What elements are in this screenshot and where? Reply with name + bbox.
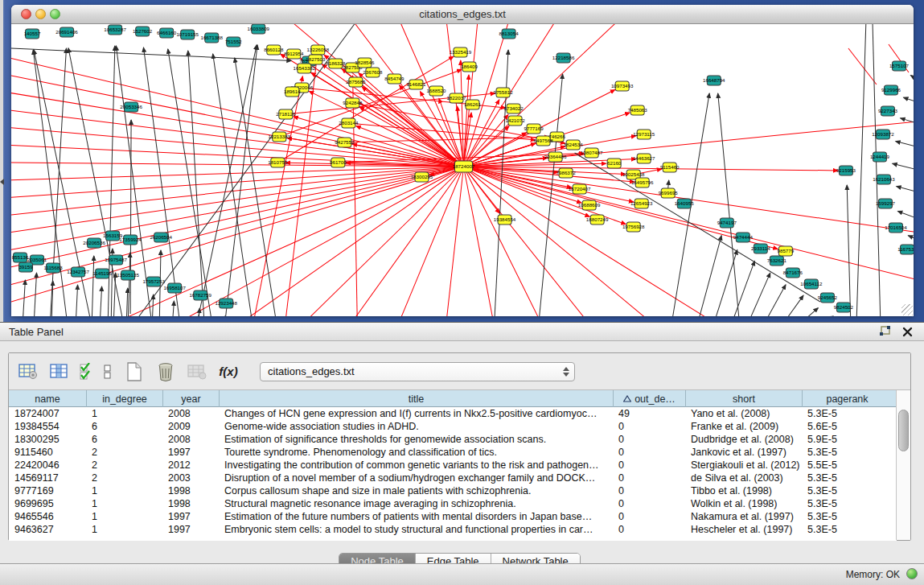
graph-node[interactable]: 16671388 bbox=[200, 33, 223, 43]
table-row[interactable]: 946362711997Embryonic stem cells: a mode… bbox=[9, 523, 897, 536]
graph-hub-node[interactable]: 18724007 bbox=[453, 161, 475, 172]
table-row[interactable]: 969969511998Structural magnetic resonanc… bbox=[9, 497, 897, 510]
column-header-title[interactable]: title bbox=[219, 390, 613, 407]
table-row[interactable]: 2242004622012Investigating the contribut… bbox=[9, 459, 897, 472]
column-header-name[interactable]: name bbox=[9, 390, 86, 407]
graph-node[interactable]: 8813054 bbox=[499, 29, 519, 39]
graph-node[interactable]: 18300295 bbox=[411, 172, 433, 182]
row-options-button[interactable] bbox=[101, 360, 114, 384]
network-graph-canvas[interactable]: 1405572069140610653287152760264661601071… bbox=[11, 24, 914, 316]
graph-node[interactable]: 7485063 bbox=[628, 105, 648, 115]
graph-node[interactable]: 751552 bbox=[225, 37, 242, 47]
graph-node[interactable]: 19756928 bbox=[622, 222, 645, 232]
table-row[interactable]: 946554611997Estimation of the future num… bbox=[9, 510, 897, 523]
graph-node[interactable]: 20691406 bbox=[55, 27, 78, 37]
close-panel-icon[interactable] bbox=[902, 327, 913, 337]
graph-node[interactable]: 20364486 bbox=[544, 152, 567, 162]
graph-node[interactable]: 18807249 bbox=[586, 215, 609, 225]
graph-node[interactable]: 855136 bbox=[12, 253, 29, 262]
window-resize-grip[interactable] bbox=[901, 304, 913, 315]
table-row[interactable]: 1872400712008Changes of HCN gene express… bbox=[9, 407, 897, 420]
graph-node[interactable]: 6497568 bbox=[534, 136, 554, 146]
graph-node[interactable]: 186261 bbox=[464, 100, 481, 109]
graph-node[interactable]: 9215953 bbox=[836, 166, 856, 175]
graph-node[interactable]: 1828546 bbox=[355, 58, 375, 68]
graph-node[interactable]: 13226058 bbox=[307, 45, 330, 55]
graph-node[interactable]: 961700 bbox=[330, 158, 347, 167]
table-row[interactable]: 1938455462009Genome-wide association stu… bbox=[9, 420, 897, 433]
graph-node[interactable]: 12973115 bbox=[633, 130, 655, 139]
graph-node[interactable]: 9245652 bbox=[818, 293, 838, 303]
graph-node[interactable]: 12342757 bbox=[67, 267, 89, 277]
graph-node[interactable]: 13325419 bbox=[450, 47, 472, 57]
graph-node[interactable]: 1527602 bbox=[133, 27, 153, 36]
graph-node[interactable]: 16958107 bbox=[163, 283, 186, 293]
graph-node[interactable]: 10807487 bbox=[581, 148, 603, 158]
graph-node[interactable]: 9755812 bbox=[493, 88, 513, 97]
graph-node[interactable]: 9427552 bbox=[335, 138, 355, 147]
memory-status-icon[interactable] bbox=[906, 568, 918, 579]
delete-column-button[interactable] bbox=[154, 360, 177, 384]
graph-node[interactable]: 17359924 bbox=[119, 235, 142, 245]
graph-node[interactable]: 10975487 bbox=[105, 255, 127, 265]
graph-node[interactable]: 12218586 bbox=[552, 53, 575, 63]
graph-node[interactable]: 8454749 bbox=[384, 74, 405, 84]
graph-node[interactable]: 985779 bbox=[778, 246, 795, 256]
graph-node[interactable]: 16495796 bbox=[631, 178, 654, 187]
graph-node[interactable]: 1244419 bbox=[870, 152, 890, 162]
graph-node[interactable]: 20053346 bbox=[120, 102, 142, 112]
graph-node[interactable]: 12923448 bbox=[215, 299, 237, 308]
table-row[interactable]: 1830029562008Estimation of significance … bbox=[9, 433, 897, 446]
graph-node[interactable]: 12213383 bbox=[269, 132, 291, 142]
column-header-short[interactable]: short bbox=[685, 390, 802, 407]
table-selector-dropdown[interactable]: citations_edges.txt bbox=[260, 362, 575, 381]
table-row[interactable]: 1456911722003Disruption of a novel membe… bbox=[9, 472, 897, 484]
graph-node[interactable]: 16033809 bbox=[248, 24, 270, 34]
graph-node[interactable]: 9146821 bbox=[406, 80, 426, 89]
graph-node[interactable]: 6734022 bbox=[504, 104, 524, 113]
graph-node[interactable]: 9242848 bbox=[343, 98, 363, 108]
graph-node[interactable]: 1115683 bbox=[43, 263, 63, 273]
graph-node[interactable]: 140557 bbox=[24, 29, 41, 39]
graph-node[interactable]: 189614 bbox=[284, 87, 301, 97]
column-header-pagerank[interactable]: pagerank bbox=[802, 390, 892, 407]
vertical-scrollbar[interactable] bbox=[896, 390, 910, 540]
column-header-in_degree[interactable]: in_degree bbox=[86, 390, 162, 407]
graph-node[interactable]: 1640955 bbox=[675, 199, 695, 208]
graph-node[interactable]: 62160 bbox=[607, 159, 622, 168]
function-builder-button[interactable]: f(x) bbox=[217, 360, 240, 384]
graph-node[interactable]: 1688520 bbox=[426, 86, 446, 96]
graph-node[interactable]: 1599297 bbox=[876, 199, 896, 208]
graph-node[interactable]: 9227343 bbox=[878, 106, 898, 116]
scrollbar-thumb[interactable] bbox=[898, 410, 909, 451]
graph-node[interactable]: 19384554 bbox=[494, 215, 516, 225]
graph-node[interactable]: 8660128 bbox=[264, 45, 284, 55]
graph-node[interactable]: 2933114 bbox=[751, 244, 770, 253]
graph-node[interactable]: 7632621 bbox=[767, 256, 787, 266]
graph-node[interactable]: 13505135 bbox=[117, 270, 139, 280]
window-titlebar[interactable]: citations_edges.txt bbox=[11, 5, 914, 24]
graph-node[interactable]: 186409 bbox=[461, 62, 478, 72]
graph-node[interactable]: 1145196 bbox=[92, 269, 112, 278]
graph-node[interactable]: 16782759 bbox=[189, 290, 211, 300]
panel-collapse-handle[interactable] bbox=[0, 175, 6, 188]
graph-node[interactable]: 2803144 bbox=[339, 118, 359, 128]
graph-node[interactable]: 9474444 bbox=[733, 233, 754, 242]
graph-node[interactable]: 8471676 bbox=[783, 268, 803, 278]
table-row[interactable]: 911546021997Tourette syndrome. Phenomeno… bbox=[9, 446, 897, 459]
network-graph-svg[interactable]: 1405572069140610653287152760264661601071… bbox=[11, 24, 914, 316]
float-panel-icon[interactable] bbox=[879, 326, 891, 337]
graph-node[interactable]: 9129966 bbox=[881, 85, 901, 95]
graph-node[interactable]: 9777169 bbox=[524, 124, 544, 134]
graph-node[interactable]: 9474197 bbox=[717, 218, 737, 228]
create-column-button[interactable] bbox=[123, 360, 146, 384]
graph-node[interactable]: 10653287 bbox=[104, 25, 126, 35]
graph-node[interactable]: 16543382 bbox=[294, 64, 316, 73]
graph-node[interactable]: 3824534 bbox=[564, 140, 584, 150]
column-header-year[interactable]: year bbox=[162, 390, 219, 407]
table-mode-button[interactable] bbox=[17, 360, 39, 384]
graph-node[interactable]: 16210643 bbox=[873, 175, 895, 184]
graph-node[interactable]: 1167533 bbox=[897, 245, 914, 254]
graph-node[interactable]: 9699695 bbox=[659, 188, 679, 198]
graph-node[interactable]: 1827503 bbox=[306, 55, 326, 64]
